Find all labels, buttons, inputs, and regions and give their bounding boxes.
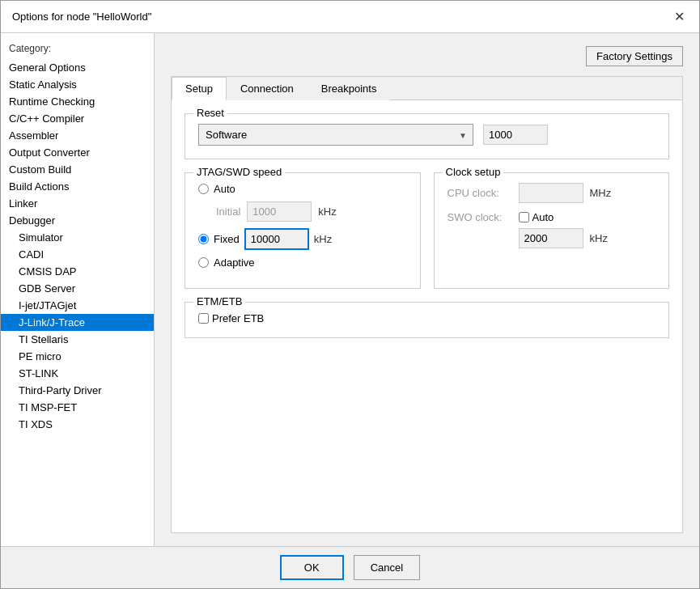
auto-radio-row: Auto [198, 183, 407, 195]
prefer-etb-label: Prefer ETB [198, 312, 655, 324]
sidebar-item-jlink-jtrace[interactable]: J-Link/J-Trace [1, 314, 154, 331]
sidebar-item-simulator[interactable]: Simulator [1, 229, 154, 246]
sidebar-item-ti-msp-fet[interactable]: TI MSP-FET [1, 399, 154, 416]
swo-value-input[interactable] [519, 228, 583, 248]
adaptive-label: Adaptive [214, 256, 255, 269]
swo-auto-label: Auto [532, 211, 554, 223]
fixed-radio-row: Fixed kHz [198, 228, 407, 250]
dialog-body: Category: General Options Static Analysi… [1, 33, 699, 546]
initial-row: Initial kHz [198, 201, 407, 222]
cancel-button[interactable]: Cancel [354, 555, 420, 580]
reset-legend: Reset [193, 107, 227, 119]
clock-setup-legend: Clock setup [443, 166, 504, 178]
adaptive-radio-row: Adaptive [198, 256, 407, 269]
sidebar-item-linker[interactable]: Linker [1, 195, 154, 212]
adaptive-radio[interactable] [198, 257, 209, 268]
swo-auto-checkbox[interactable] [519, 212, 529, 222]
sidebar-item-st-link[interactable]: ST-LINK [1, 365, 154, 382]
reset-section: Reset Software Hardware Core System [185, 113, 669, 159]
fixed-value-input[interactable] [244, 228, 309, 250]
fixed-radio[interactable] [198, 234, 209, 244]
sidebar-item-custom-build[interactable]: Custom Build [1, 161, 154, 178]
tab-connection[interactable]: Connection [227, 77, 308, 100]
tab-breakpoints[interactable]: Breakpoints [308, 77, 391, 100]
cpu-clock-row: CPU clock: MHz [448, 183, 656, 203]
etm-section: ETM/ETB Prefer ETB [185, 302, 669, 338]
tab-setup[interactable]: Setup [172, 77, 227, 100]
sidebar-item-pe-micro[interactable]: PE micro [1, 348, 154, 365]
reset-row: Software Hardware Core System [198, 124, 655, 146]
close-button[interactable]: ✕ [670, 8, 688, 26]
factory-settings-button[interactable]: Factory Settings [586, 46, 683, 66]
sidebar-item-ti-xds[interactable]: TI XDS [1, 416, 154, 433]
sidebar-item-assembler[interactable]: Assembler [1, 127, 154, 144]
sidebar-item-third-party-driver[interactable]: Third-Party Driver [1, 382, 154, 399]
reset-value-input[interactable] [483, 125, 548, 145]
dialog-title: Options for node "HelloWorld" [12, 11, 151, 23]
swo-clock-row: SWO clock: Auto [448, 211, 656, 223]
swo-value-row: kHz [448, 228, 656, 248]
clock-setup-section: Clock setup CPU clock: MHz SWO clock: [434, 172, 670, 289]
sidebar-item-build-actions[interactable]: Build Actions [1, 178, 154, 195]
main-content: Factory Settings Setup Connection Breakp… [155, 33, 699, 546]
etm-legend: ETM/ETB [193, 295, 245, 307]
auto-label: Auto [214, 183, 235, 195]
prefer-etb-checkbox[interactable] [198, 313, 209, 324]
sidebar-item-c-cpp-compiler[interactable]: C/C++ Compiler [1, 110, 154, 127]
sidebar-category-label: Category: [1, 40, 154, 59]
fixed-label: Fixed [214, 233, 240, 245]
tabs-header: Setup Connection Breakpoints [172, 77, 682, 100]
sidebar-item-static-analysis[interactable]: Static Analysis [1, 76, 154, 93]
sidebar: Category: General Options Static Analysi… [1, 33, 155, 546]
sidebar-item-ti-stellaris[interactable]: TI Stellaris [1, 331, 154, 348]
jtag-swd-legend: JTAG/SWD speed [193, 166, 285, 178]
tabs-container: Setup Connection Breakpoints Reset Softw… [171, 76, 683, 533]
factory-settings-row: Factory Settings [171, 46, 683, 66]
reset-dropdown-wrapper: Software Hardware Core System [198, 124, 473, 146]
sidebar-item-i-jet-jtagjet[interactable]: I-jet/JTAGjet [1, 297, 154, 314]
initial-unit: kHz [318, 206, 336, 218]
reset-dropdown[interactable]: Software Hardware Core System [198, 124, 473, 146]
jtag-swd-section: JTAG/SWD speed Auto Initial kHz [185, 172, 421, 289]
auto-radio[interactable] [198, 184, 209, 194]
title-bar: Options for node "HelloWorld" ✕ [1, 1, 699, 33]
dialog: Options for node "HelloWorld" ✕ Category… [0, 0, 700, 589]
swo-unit: kHz [590, 232, 608, 244]
swo-auto-checkbox-label: Auto [519, 211, 554, 223]
prefer-etb-text: Prefer ETB [212, 312, 264, 324]
initial-value-input[interactable] [247, 201, 312, 222]
cpu-clock-label: CPU clock: [448, 187, 512, 199]
sidebar-item-general-options[interactable]: General Options [1, 59, 154, 76]
sidebar-item-debugger[interactable]: Debugger [1, 212, 154, 229]
ok-button[interactable]: OK [280, 555, 344, 580]
sidebar-item-output-converter[interactable]: Output Converter [1, 144, 154, 161]
dialog-footer: OK Cancel [1, 546, 699, 588]
swo-clock-label: SWO clock: [448, 211, 512, 223]
tab-setup-content: Reset Software Hardware Core System [172, 100, 682, 532]
sidebar-item-cadi[interactable]: CADI [1, 246, 154, 263]
sidebar-item-cmsis-dap[interactable]: CMSIS DAP [1, 263, 154, 280]
two-col-section: JTAG/SWD speed Auto Initial kHz [185, 172, 669, 289]
sidebar-item-gdb-server[interactable]: GDB Server [1, 280, 154, 297]
initial-label: Initial [216, 206, 240, 218]
cpu-clock-input[interactable] [519, 183, 583, 203]
sidebar-item-runtime-checking[interactable]: Runtime Checking [1, 93, 154, 110]
cpu-clock-unit: MHz [590, 187, 612, 199]
fixed-unit: kHz [314, 233, 332, 245]
